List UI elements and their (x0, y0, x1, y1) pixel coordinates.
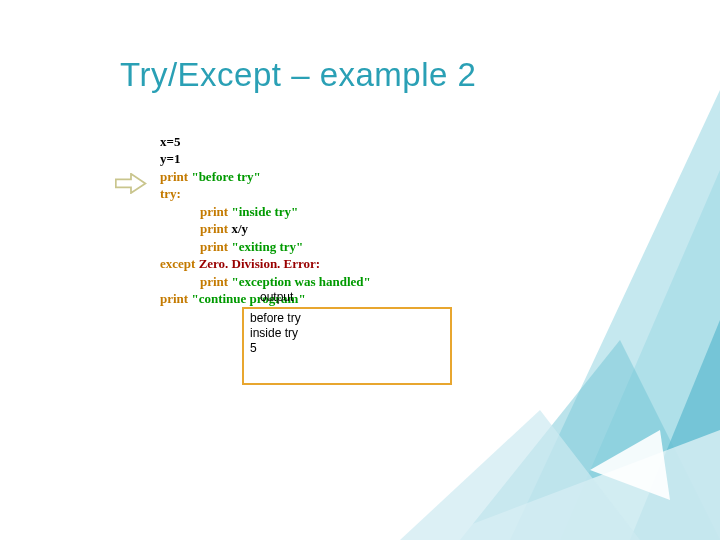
output-label: output (260, 290, 293, 304)
code-keyword: print (200, 274, 231, 289)
code-block: x=5 y=1 print "before try" try: print "i… (160, 115, 371, 308)
code-string: "exiting try" (231, 239, 303, 254)
code-keyword: print (160, 169, 191, 184)
code-keyword: print (160, 291, 191, 306)
code-literal: 1 (174, 151, 181, 166)
code-string: "inside try" (231, 204, 298, 219)
code-string: "before try" (191, 169, 260, 184)
code-expr: x/y (231, 221, 248, 236)
code-line: y= (160, 151, 174, 166)
code-keyword: print (200, 239, 231, 254)
slide-title: Try/Except – example 2 (120, 56, 476, 94)
code-exception: Zero. Division. Error: (199, 256, 321, 271)
code-keyword: print (200, 204, 231, 219)
code-keyword: try: (160, 186, 181, 201)
code-keyword: print (200, 221, 231, 236)
arrow-right-icon (115, 173, 147, 195)
output-box: before try inside try 5 (242, 307, 452, 385)
code-line: x= (160, 134, 174, 149)
code-literal: 5 (174, 134, 181, 149)
code-string: "exception was handled" (231, 274, 370, 289)
code-keyword: except (160, 256, 199, 271)
